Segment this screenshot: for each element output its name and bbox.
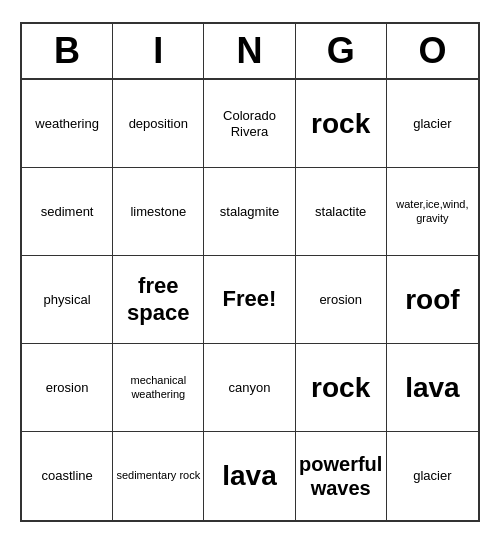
bingo-cell: free space bbox=[113, 256, 204, 344]
bingo-cell: lava bbox=[387, 344, 478, 432]
bingo-cell: weathering bbox=[22, 80, 113, 168]
bingo-cell: physical bbox=[22, 256, 113, 344]
header-letter: I bbox=[113, 24, 204, 78]
header-letter: N bbox=[204, 24, 295, 78]
bingo-cell: erosion bbox=[296, 256, 387, 344]
header-letter: O bbox=[387, 24, 478, 78]
bingo-cell: powerful waves bbox=[296, 432, 387, 520]
bingo-cell: roof bbox=[387, 256, 478, 344]
bingo-cell: deposition bbox=[113, 80, 204, 168]
header-letter: B bbox=[22, 24, 113, 78]
bingo-cell: sedimentary rock bbox=[113, 432, 204, 520]
bingo-card: BINGO weatheringdepositionColorado River… bbox=[20, 22, 480, 522]
bingo-cell: glacier bbox=[387, 80, 478, 168]
bingo-cell: mechanical weathering bbox=[113, 344, 204, 432]
bingo-cell: rock bbox=[296, 344, 387, 432]
bingo-cell: stalagmite bbox=[204, 168, 295, 256]
bingo-cell: sediment bbox=[22, 168, 113, 256]
bingo-header: BINGO bbox=[22, 24, 478, 80]
bingo-cell: rock bbox=[296, 80, 387, 168]
bingo-cell: Colorado Rivera bbox=[204, 80, 295, 168]
bingo-cell: water,ice,wind, gravity bbox=[387, 168, 478, 256]
bingo-cell: limestone bbox=[113, 168, 204, 256]
bingo-cell: lava bbox=[204, 432, 295, 520]
bingo-grid: weatheringdepositionColorado Riverarockg… bbox=[22, 80, 478, 520]
bingo-cell: stalactite bbox=[296, 168, 387, 256]
bingo-cell: Free! bbox=[204, 256, 295, 344]
bingo-cell: canyon bbox=[204, 344, 295, 432]
header-letter: G bbox=[296, 24, 387, 78]
bingo-cell: glacier bbox=[387, 432, 478, 520]
bingo-cell: erosion bbox=[22, 344, 113, 432]
bingo-cell: coastline bbox=[22, 432, 113, 520]
